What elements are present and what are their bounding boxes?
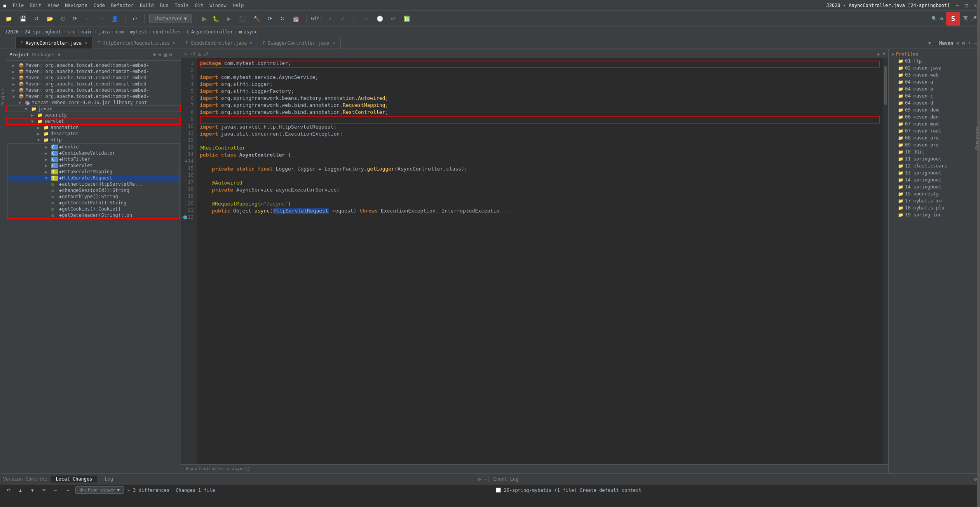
servlet-arrow[interactable]: ▼	[31, 119, 37, 124]
sidebar-dropdown-icon[interactable]: ▼	[58, 52, 60, 57]
maven-item-08[interactable]: 📁 08-maven-pro	[889, 134, 974, 141]
tree-httpservletmapping[interactable]: ▶ I ◆ HttpServletMapping	[8, 169, 179, 175]
menu-git[interactable]: Git	[195, 3, 204, 8]
breadcrumb-java[interactable]: java	[99, 29, 110, 35]
bottom-gear-icon[interactable]: ⚙	[478, 476, 481, 482]
breadcrumb-asynccontroller[interactable]: AsyncController	[191, 29, 233, 35]
maven-close-icon[interactable]: —	[974, 40, 977, 46]
project-tab-label[interactable]: Project	[0, 88, 5, 106]
maven-item-07b[interactable]: 📁 07-maven-root	[889, 127, 974, 134]
tree-descriptor[interactable]: ▶ 📁 descriptor	[6, 131, 181, 137]
maven-item-14b[interactable]: 📁 14-springboot-	[889, 183, 974, 190]
reload-button[interactable]: ↻	[278, 14, 287, 23]
expand-arrow[interactable]: »	[127, 488, 130, 493]
search-icon[interactable]: 🔍	[931, 16, 937, 21]
tree-getdateheader[interactable]: m ◆ getDateHeader(String):lon	[8, 212, 179, 218]
maven-item-01ftp[interactable]: 📁 01-ftp	[889, 57, 974, 64]
nav-down-icon[interactable]: ▼	[882, 51, 885, 56]
run-button[interactable]: ▶	[202, 14, 207, 23]
sidebar-packages-tab[interactable]: Packages	[32, 52, 55, 57]
mic-icon[interactable]: 🎤	[971, 16, 977, 21]
tab-local-changes[interactable]: Local Changes	[51, 476, 97, 483]
annotation-arrow[interactable]: ▶	[37, 125, 44, 130]
maven-item-04d[interactable]: 📁 04-maven-d	[889, 99, 974, 106]
tree-getcookies[interactable]: m ◆ getCookies():Cookie[]	[8, 206, 179, 212]
maven-item-04a[interactable]: 📁 04-maven-a	[889, 78, 974, 85]
tree-servlet[interactable]: ▼ 📁 servlet	[6, 118, 181, 124]
event-checkbox[interactable]	[496, 488, 501, 493]
git-time[interactable]: 🕐	[374, 14, 385, 23]
sidebar-locate-icon[interactable]: ⊕	[153, 52, 156, 57]
breadcrumb-src[interactable]: src	[67, 29, 76, 35]
build-button[interactable]: 🔨	[251, 14, 262, 23]
tree-cookie[interactable]: ▶ C ◆ Cookie	[8, 144, 179, 150]
menu-run[interactable]: Run	[160, 3, 169, 8]
git-revert[interactable]: ↩	[389, 14, 398, 23]
tree-changesessionid[interactable]: m ◆ changeSessionId():String	[8, 187, 179, 193]
javax-expand-arrow[interactable]: ▼	[25, 107, 31, 111]
bottom-minus-icon[interactable]: —	[484, 476, 487, 482]
sync-button[interactable]: ⟳	[265, 14, 275, 23]
menu-navigate[interactable]: Navigate	[65, 3, 87, 8]
tree-security[interactable]: ▶ 📁 security	[6, 112, 181, 118]
scrollbar-thumb[interactable]	[884, 66, 887, 105]
maven-item-13[interactable]: 📁 13-sprignboot-	[889, 169, 974, 176]
breadcrumb-main[interactable]: main	[81, 29, 92, 35]
sidebar-settings-icon[interactable]: ⚙	[169, 52, 172, 57]
tab-close-httpservletrequest[interactable]: ✕	[172, 41, 176, 45]
maven-item-04b[interactable]: 📁 04-maven-b	[889, 85, 974, 92]
back-btn[interactable]: ←	[51, 486, 60, 494]
tree-annotation[interactable]: ▶ 📁 annotation	[6, 124, 181, 131]
code-panel[interactable]: package com.mytest.controller; import co…	[197, 58, 883, 464]
maven-item-02[interactable]: 📁 02-maven-java	[889, 64, 974, 71]
git-pull[interactable]: ↔	[361, 14, 371, 23]
sidebar-collapse-icon[interactable]: —	[174, 52, 178, 57]
event-log-gear-icon[interactable]: ⚙	[974, 476, 977, 482]
profiles-header[interactable]: ▶ Profiles	[889, 51, 974, 57]
settings-icon[interactable]: ⚙	[940, 16, 943, 21]
tab-swaggercontroller[interactable]: C SwaggerController.java ✕	[258, 37, 341, 49]
tree-authenticate[interactable]: m ◆ authenticate(HttpServletRe...	[8, 181, 179, 187]
maven-gear-icon[interactable]: ⚙	[956, 40, 959, 46]
maven-item-03[interactable]: 📁 03-maven-web	[889, 71, 974, 78]
structure-tab-label[interactable]: Structure	[975, 127, 980, 150]
breadcrumb-com[interactable]: com	[116, 29, 124, 35]
breadcrumb-mytest[interactable]: mytest	[130, 29, 147, 35]
maven-item-09[interactable]: 📁 09-maven-pro	[889, 141, 974, 148]
sidebar-filter-icon[interactable]: ▤	[164, 52, 167, 57]
toolbar-refresh[interactable]: ↺	[32, 14, 41, 23]
stop-button[interactable]: ⬛	[237, 14, 248, 23]
tab-log[interactable]: Log	[100, 476, 118, 483]
refresh-changes-btn[interactable]: ⟳	[5, 486, 13, 494]
menu-refactor[interactable]: Refactor	[111, 3, 134, 8]
security-arrow[interactable]: ▶	[31, 113, 37, 117]
toolbar-back[interactable]: ←	[83, 14, 93, 23]
collapse-arrow[interactable]: ▼	[19, 101, 25, 105]
collapse-arrow[interactable]: ▶	[12, 82, 19, 86]
tree-tomcat-jar[interactable]: ▼ 📚 tomcat-embed-core-9.0.36.jar library…	[6, 99, 181, 106]
toolbar-user[interactable]: 👤	[109, 14, 120, 23]
maven-item-14a[interactable]: 📁 14-springboot-	[889, 176, 974, 183]
tree-http[interactable]: ▼ 📁 http	[6, 137, 181, 143]
maven-item-12[interactable]: 📁 12-elasticsearc	[889, 162, 974, 169]
menu-file[interactable]: File	[12, 3, 24, 8]
toolbar-save[interactable]: 💾	[17, 14, 29, 23]
tab-goodscontroller[interactable]: C GoodsController.java ✕	[181, 37, 258, 49]
maven-item-18[interactable]: 📁 18-mybatis-plu	[889, 204, 974, 211]
menu-code[interactable]: Code	[94, 3, 105, 8]
cookienamevalidator-arrow[interactable]: ▶	[45, 151, 51, 155]
maven-download-icon[interactable]: ⬇	[968, 40, 971, 46]
httpservletmapping-arrow[interactable]: ▶	[45, 170, 51, 174]
sidebar-project-tab[interactable]: Project	[9, 52, 29, 57]
collapse-arrow[interactable]: ▶	[12, 63, 19, 68]
menu-edit[interactable]: Edit	[30, 3, 41, 8]
nav-up-btn[interactable]: ▲	[16, 486, 25, 494]
nav-up-icon[interactable]: ▲	[877, 51, 880, 56]
tree-getauthtype[interactable]: m ◆ getAuthType():String	[8, 193, 179, 200]
maven-item-19[interactable]: 📁 19-spring-ioc	[889, 211, 974, 218]
maven-item-11[interactable]: 📁 11-springboot	[889, 155, 974, 162]
httpfilter-arrow[interactable]: ▶	[45, 157, 51, 162]
toolbar-forward[interactable]: →	[96, 14, 106, 23]
gutter-run-icon[interactable]: ▶	[181, 214, 182, 221]
tree-getcontextpath[interactable]: m ◆ getContextPath():String	[8, 200, 179, 206]
